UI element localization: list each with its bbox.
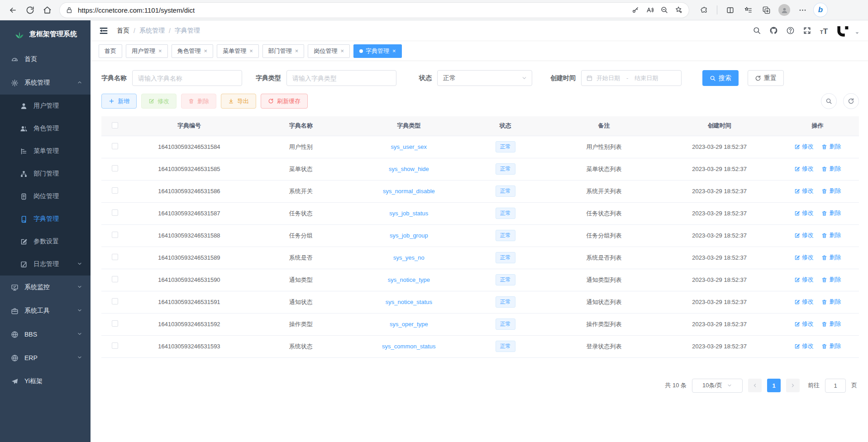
dict-type-input[interactable] — [286, 70, 396, 86]
breadcrumb-system-mgmt[interactable]: 系统管理 — [139, 27, 165, 35]
sidebar-item-dept-mgmt[interactable]: 部门管理 — [0, 162, 91, 185]
sidebar-item-menu-mgmt[interactable]: 菜单管理 — [0, 140, 91, 162]
add-button[interactable]: 新增 — [101, 94, 137, 109]
sidebar-item-yi-framework[interactable]: Yi框架 — [0, 370, 91, 393]
toggle-search-button[interactable] — [821, 93, 837, 109]
row-delete-link[interactable]: 删除 — [821, 342, 841, 350]
row-edit-link[interactable]: 修改 — [794, 143, 814, 151]
sidebar-item-log-mgmt[interactable]: 日志管理 — [0, 253, 91, 276]
row-delete-link[interactable]: 删除 — [821, 209, 841, 217]
password-key-icon[interactable] — [628, 3, 643, 17]
add-favorite-star-icon[interactable] — [672, 3, 686, 17]
browser-profile-avatar[interactable] — [776, 2, 792, 18]
tab-user-mgmt[interactable]: 用户管理 × — [126, 44, 168, 58]
zoom-out-icon[interactable] — [657, 3, 672, 17]
dict-type-link[interactable]: sys_common_status — [382, 343, 436, 350]
tab-close-icon[interactable]: × — [295, 48, 299, 54]
row-delete-link[interactable]: 删除 — [821, 320, 841, 328]
sidebar-item-home[interactable]: 首页 — [0, 48, 91, 71]
refresh-cache-button[interactable]: 刷新缓存 — [261, 94, 308, 109]
goto-page-input[interactable] — [825, 379, 846, 393]
row-delete-link[interactable]: 删除 — [821, 253, 841, 261]
fullscreen-icon[interactable] — [803, 26, 811, 35]
row-edit-link[interactable]: 修改 — [794, 253, 814, 261]
header-search-icon[interactable] — [753, 26, 761, 35]
row-edit-link[interactable]: 修改 — [794, 231, 814, 239]
breadcrumb-home[interactable]: 首页 — [117, 27, 129, 35]
sidebar-item-bbs[interactable]: BBS — [0, 323, 91, 346]
sidebar-item-role-mgmt[interactable]: 角色管理 — [0, 117, 91, 140]
row-edit-link[interactable]: 修改 — [794, 276, 814, 284]
help-question-icon[interactable] — [786, 26, 795, 35]
font-size-icon[interactable]: TT — [820, 26, 828, 35]
row-checkbox[interactable] — [112, 187, 118, 194]
row-delete-link[interactable]: 删除 — [821, 187, 841, 195]
dict-type-link[interactable]: sys_notice_status — [386, 299, 432, 305]
yi-logo-avatar[interactable] — [836, 24, 850, 38]
row-checkbox[interactable] — [112, 143, 118, 149]
next-page-button[interactable] — [786, 379, 800, 392]
row-delete-link[interactable]: 删除 — [821, 165, 841, 173]
browser-menu-dots-icon[interactable] — [794, 2, 811, 18]
page-size-select[interactable]: 10条/页 — [692, 379, 743, 393]
address-bar[interactable]: https://ccnetcore.com:1101/system/dict — [60, 3, 689, 18]
tab-post-mgmt[interactable]: 岗位管理 × — [308, 44, 350, 58]
row-edit-link[interactable]: 修改 — [794, 209, 814, 217]
prev-page-button[interactable] — [748, 379, 762, 392]
sidebar-item-system-monitor[interactable]: 系统监控 — [0, 276, 91, 299]
browser-back-button[interactable] — [5, 2, 21, 18]
tab-dict-mgmt[interactable]: 字典管理 × — [353, 44, 402, 58]
dict-type-link[interactable]: sys_job_status — [389, 210, 428, 217]
refresh-table-button[interactable] — [843, 93, 859, 109]
sidebar-item-system-tools[interactable]: 系统工具 — [0, 299, 91, 323]
export-button[interactable]: 导出 — [221, 94, 256, 109]
edit-button[interactable]: 修改 — [141, 94, 176, 109]
browser-refresh-button[interactable] — [22, 2, 38, 18]
collections-icon[interactable] — [758, 2, 774, 18]
sidebar-item-system-mgmt[interactable]: 系统管理 — [0, 71, 91, 95]
row-checkbox[interactable] — [112, 165, 118, 171]
dict-type-link[interactable]: sys_job_group — [390, 232, 428, 239]
select-all-checkbox[interactable] — [112, 122, 118, 128]
tab-close-icon[interactable]: × — [249, 48, 253, 54]
search-button[interactable]: 搜索 — [702, 70, 739, 86]
browser-home-button[interactable] — [39, 2, 55, 18]
row-delete-link[interactable]: 删除 — [821, 298, 841, 306]
caret-down-icon[interactable] — [854, 30, 860, 36]
dict-type-link[interactable]: sys_oper_type — [390, 321, 428, 328]
row-edit-link[interactable]: 修改 — [794, 165, 814, 173]
read-aloud-icon[interactable] — [643, 3, 657, 17]
bing-chat-icon[interactable]: b — [812, 2, 829, 18]
sidebar-collapse-icon[interactable] — [99, 26, 109, 36]
dict-type-link[interactable]: sys_normal_disable — [383, 188, 435, 195]
dict-type-link[interactable]: sys_yes_no — [393, 254, 424, 261]
extensions-puzzle-icon[interactable] — [696, 2, 712, 18]
row-checkbox[interactable] — [112, 232, 118, 238]
tab-close-icon[interactable]: × — [204, 48, 208, 54]
tab-close-icon[interactable]: × — [158, 48, 162, 54]
row-delete-link[interactable]: 删除 — [821, 143, 841, 151]
sidebar-item-param-settings[interactable]: 参数设置 — [0, 230, 91, 253]
tab-role-mgmt[interactable]: 角色管理 × — [172, 44, 214, 58]
dict-type-link[interactable]: sys_notice_type — [388, 276, 430, 283]
row-checkbox[interactable] — [112, 254, 118, 260]
url-text[interactable]: https://ccnetcore.com:1101/system/dict — [78, 6, 628, 14]
row-checkbox[interactable] — [112, 276, 118, 282]
row-edit-link[interactable]: 修改 — [794, 342, 814, 350]
sidebar-item-erp[interactable]: ERP — [0, 346, 91, 370]
github-icon[interactable] — [769, 26, 778, 35]
favorites-list-icon[interactable] — [740, 2, 756, 18]
current-page-button[interactable]: 1 — [767, 379, 781, 392]
row-edit-link[interactable]: 修改 — [794, 298, 814, 306]
row-checkbox[interactable] — [112, 209, 118, 216]
reset-button[interactable]: 重置 — [748, 70, 784, 86]
row-delete-link[interactable]: 删除 — [821, 231, 841, 239]
date-range-picker[interactable]: 开始日期 - 结束日期 — [581, 70, 682, 86]
tab-close-icon[interactable]: × — [392, 48, 396, 54]
dict-type-link[interactable]: sys_show_hide — [389, 166, 429, 172]
sidebar-item-dict-mgmt[interactable]: 字典管理 — [0, 208, 91, 230]
split-screen-icon[interactable] — [722, 2, 738, 18]
tab-close-icon[interactable]: × — [340, 48, 344, 54]
dict-type-link[interactable]: sys_user_sex — [391, 143, 427, 150]
sidebar-item-post-mgmt[interactable]: 岗位管理 — [0, 185, 91, 208]
